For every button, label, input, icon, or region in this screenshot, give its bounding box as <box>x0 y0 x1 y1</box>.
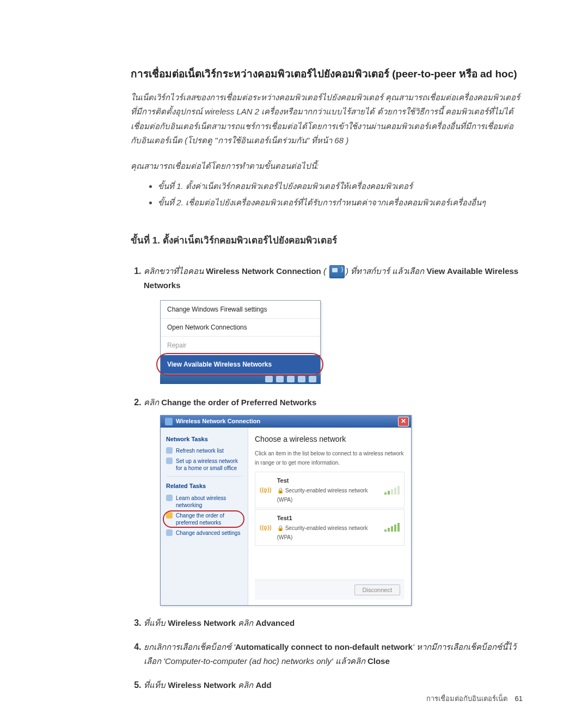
bullet-list: ขั้นที่ 1. ตั้งค่าเน็ตเวิร์กคอมพิวเตอร์ไ… <box>131 178 523 211</box>
link-change-order-label: Change the order of preferred networks <box>176 512 242 526</box>
bullet-item: ขั้นที่ 1. ตั้งค่าเน็ตเวิร์กคอมพิวเตอร์ไ… <box>158 178 523 194</box>
choose-network-heading: Choose a wireless network <box>255 433 405 446</box>
step4-bold-b: Automatically connect to non-default net… <box>235 642 413 651</box>
step4-text-d: Computer-to-computer (ad hoc) networks o… <box>165 656 332 666</box>
dialog-title-icon <box>165 418 173 425</box>
step4-text-e: ' แล้วคลิก <box>332 656 367 666</box>
ctx-item-view-networks[interactable]: View Available Wireless Networks <box>161 355 320 374</box>
dialog-right-pane: Choose a wireless network Click an item … <box>248 428 411 605</box>
network-meta: Test1 🔒Security-enabled wireless network… <box>277 513 379 542</box>
network-item[interactable]: ((ǫ)) Test1 🔒Security-enabled wireless n… <box>255 509 405 546</box>
network-security: 🔒Security-enabled wireless network (WPA) <box>277 523 379 542</box>
ctx-highlight-label: View Available Wireless Networks <box>161 355 320 374</box>
dialog-title: Wireless Network Connection <box>176 416 260 426</box>
ctx-item-open-connections[interactable]: Open Network Connections <box>161 319 320 337</box>
page-number: 61 <box>515 694 523 703</box>
steps-list: คลิกขวาที่ไอคอน Wireless Network Connect… <box>131 264 523 692</box>
network-item[interactable]: ((ǫ)) Test 🔒Security-enabled wireless ne… <box>255 472 405 508</box>
link-learn-label: Learn about wireless networking <box>176 495 242 509</box>
tray-icon <box>287 376 295 382</box>
taskbar-strip <box>160 374 321 384</box>
step1-text-a: คลิกขวาที่ไอคอน <box>144 266 206 276</box>
step-item-2: คลิก Change the order of Preferred Netwo… <box>144 395 523 606</box>
dialog-titlebar: Wireless Network Connection ✕ <box>161 416 411 428</box>
step1-text-c: ( <box>321 266 328 276</box>
step5-text-c: คลิก <box>236 680 255 690</box>
step5-bold-d: Add <box>255 680 271 690</box>
dialog-body: Network Tasks Refresh network list Set u… <box>161 428 411 605</box>
page-footer: การเชื่อมต่อกับอินเตอร์เน็ต 61 <box>426 693 523 704</box>
dialog-left-pane: Network Tasks Refresh network list Set u… <box>161 428 248 605</box>
step3-bold-d: Advanced <box>255 618 295 627</box>
ctx-item-repair[interactable]: Repair <box>161 337 320 355</box>
step2-text-a: คลิก <box>144 398 161 407</box>
info-icon <box>166 495 173 501</box>
intro-paragraph: ในเน็ตเวิร์กไวร์เลสของการเชื่อมต่อระหว่า… <box>131 90 523 148</box>
network-name: Test <box>277 476 379 486</box>
step4-bold-f: Close <box>367 656 390 666</box>
step3-text-c: คลิก <box>236 618 255 627</box>
tasks-heading-network: Network Tasks <box>166 434 242 444</box>
step1-text-d: ) ที่ทาสก์บาร์ แล้วเลือก <box>346 266 427 276</box>
link-change-order[interactable]: Change the order of preferred networks <box>166 512 242 526</box>
step4-text-a: ยกเลิกการเลือกเช็คบ็อกซ์ ' <box>144 642 235 651</box>
screenshot-wireless-dialog: Wireless Network Connection ✕ Network Ta… <box>160 415 412 606</box>
lock-icon: 🔒 <box>277 525 284 531</box>
tasks-heading-related: Related Tasks <box>166 481 242 491</box>
step-item-3: ที่แท็บ Wireless Network คลิก Advanced <box>144 616 523 630</box>
disconnect-button[interactable]: Disconnect <box>354 584 400 595</box>
tray-icon <box>298 376 305 382</box>
network-security: 🔒Security-enabled wireless network (WPA) <box>277 486 379 504</box>
link-setup-label: Set up a wireless network for a home or … <box>176 458 242 472</box>
footer-label: การเชื่อมต่อกับอินเตอร์เน็ต <box>426 694 507 703</box>
step2-bold: Change the order of Preferred Networks <box>161 398 316 407</box>
screenshot-context-menu: Change Windows Firewall settings Open Ne… <box>160 300 321 385</box>
link-advanced[interactable]: Change advanced settings <box>166 529 242 537</box>
star-icon <box>166 512 173 519</box>
lock-icon: 🔒 <box>277 487 284 493</box>
step-item-1: คลิกขวาที่ไอคอน Wireless Network Connect… <box>144 264 523 384</box>
bullet-item: ขั้นที่ 2. เชื่อมต่อไปยังเครื่องคอมพิวเต… <box>158 194 523 211</box>
link-advanced-label: Change advanced settings <box>176 529 240 537</box>
signal-icon: ((ǫ)) <box>260 485 272 495</box>
section-heading: การเชื่อมต่อเน็ตเวิร์กระหว่างคอมพิวเตอร์… <box>131 65 523 82</box>
step3-bold-b: Wireless Network <box>168 618 236 627</box>
link-refresh-label: Refresh network list <box>176 447 224 454</box>
step-item-5: ที่แท็บ Wireless Network คลิก Add <box>144 678 523 692</box>
signal-icon: ((ǫ)) <box>260 522 272 533</box>
close-icon[interactable]: ✕ <box>398 417 409 426</box>
tray-icon <box>276 376 284 382</box>
link-learn[interactable]: Learn about wireless networking <box>166 495 242 509</box>
context-menu: Change Windows Firewall settings Open Ne… <box>160 300 321 375</box>
refresh-icon <box>166 447 173 454</box>
document-page: การเชื่อมต่อเน็ตเวิร์กระหว่างคอมพิวเตอร์… <box>0 0 588 713</box>
step5-text-a: ที่แท็บ <box>144 680 168 690</box>
lead-text: คุณสามารถเชื่อมต่อได้โดยการทำตามขั้นตอนต… <box>131 160 523 173</box>
ctx-item-firewall[interactable]: Change Windows Firewall settings <box>161 301 320 319</box>
step-item-4: ยกเลิกการเลือกเช็คบ็อกซ์ 'Automatically … <box>144 639 523 668</box>
gear-icon <box>166 529 173 536</box>
tray-icon <box>309 376 316 382</box>
signal-bars <box>384 523 400 532</box>
setup-icon <box>166 458 173 464</box>
link-refresh[interactable]: Refresh network list <box>166 447 242 454</box>
step1-bold-1: Wireless Network Connection <box>206 266 321 276</box>
link-setup[interactable]: Set up a wireless network for a home or … <box>166 458 242 472</box>
step5-bold-b: Wireless Network <box>168 680 236 690</box>
step-heading: ขั้นที่ 1. ตั้งค่าเน็ตเวิร์กคอมพิวเตอร์ไ… <box>131 233 523 247</box>
network-name: Test1 <box>277 513 379 523</box>
signal-bars <box>384 486 400 495</box>
dialog-footer: Disconnect <box>255 580 405 600</box>
choose-network-hint: Click an item in the list below to conne… <box>255 449 405 467</box>
step3-text-a: ที่แท็บ <box>144 618 168 627</box>
tray-icon <box>265 376 273 382</box>
wireless-tray-icon <box>329 265 345 278</box>
network-meta: Test 🔒Security-enabled wireless network … <box>277 476 379 504</box>
